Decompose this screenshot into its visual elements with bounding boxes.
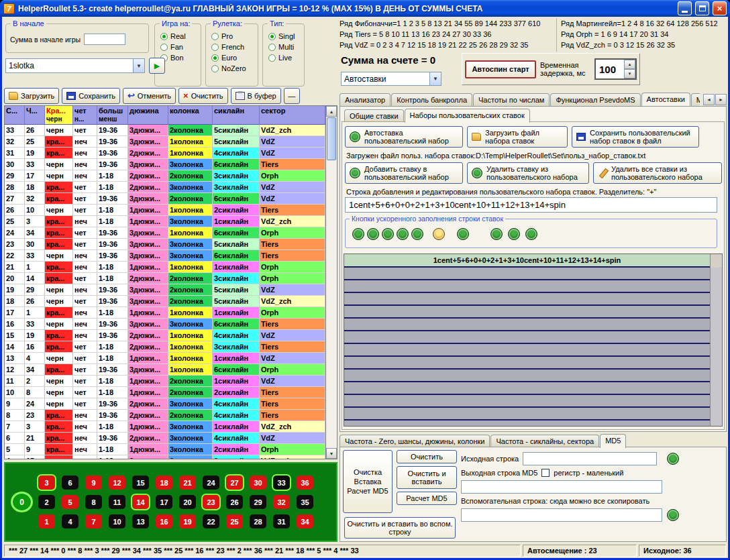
autospin-start-button[interactable]: Автоспин старт [465, 60, 536, 78]
tab-общие-ставки[interactable]: Общие ставки [344, 109, 404, 122]
board-number-25[interactable]: 25 [226, 514, 243, 528]
table-row[interactable]: 112чернчет1-181дюжи...2колонка1сиклайнVd… [5, 376, 325, 387]
quick-bet-chip-6[interactable] [433, 228, 445, 240]
copy-to-buffer-button[interactable]: В буфер [231, 88, 281, 104]
board-number-1[interactable]: 1 [38, 514, 55, 528]
scrollbar-track[interactable] [326, 117, 337, 448]
bet-list-row[interactable] [344, 280, 710, 293]
table-row[interactable]: 3119кра...неч19-362дюжи...1колонка4сикла… [5, 148, 325, 159]
radio-singl[interactable]: Singl [268, 32, 304, 40]
maximize-button[interactable] [695, 1, 709, 15]
board-number-11[interactable]: 11 [109, 495, 125, 509]
quick-bet-chip-9[interactable] [508, 228, 520, 240]
md5-calc-button[interactable]: Расчет MD5 [397, 492, 457, 505]
board-number-28[interactable]: 28 [250, 514, 266, 528]
table-row[interactable]: 253кра...неч1-181дюжи...3колонка1сиклайн… [5, 216, 325, 227]
board-number-18[interactable]: 18 [156, 475, 172, 490]
board-number-9[interactable]: 9 [85, 475, 102, 490]
board-number-30[interactable]: 30 [250, 475, 266, 490]
radio-nozero[interactable]: NoZero [211, 64, 258, 72]
tab-анализатор[interactable]: Анализатор [340, 93, 390, 106]
autobets-select[interactable]: Автоставки ▼ [341, 72, 441, 86]
table-row[interactable]: 134чернчет1-181дюжи...1колонка1сиклайнVd… [5, 353, 325, 364]
board-number-20[interactable]: 20 [179, 495, 196, 509]
board-number-19[interactable]: 19 [179, 514, 196, 528]
table-row[interactable]: 3225кра...неч19-363дюжи...1колонка5сикла… [5, 136, 325, 148]
play-button[interactable]: ▶ [149, 58, 165, 74]
bet-list-row[interactable] [344, 293, 710, 306]
board-number-3[interactable]: 3 [38, 475, 55, 490]
autobet-custom-set-button[interactable]: Автоставка пользовательский набор [345, 126, 463, 148]
spinner-down-icon[interactable]: ▼ [624, 69, 635, 78]
md5-source-input[interactable] [523, 452, 657, 465]
tab-частота-zero-шансы-дюжины-колонки[interactable]: Частота - Zero, шансы, дюжины, колонки [340, 435, 490, 447]
radio-french[interactable]: French [211, 43, 258, 51]
board-number-29[interactable]: 29 [250, 495, 266, 509]
board-number-10[interactable]: 10 [109, 514, 125, 528]
md5-clear-paste-helper-button[interactable]: Очистить и вставить во вспом. строку [344, 517, 456, 539]
tab-функционал-psevdoms[interactable]: Функционал PsevdoMS [550, 93, 640, 106]
table-row[interactable]: 415кра...неч1-182дюжи...3колонка3сиклайн… [5, 455, 325, 459]
board-number-33[interactable]: 33 [273, 475, 290, 490]
board-number-4[interactable]: 4 [62, 514, 79, 528]
tab-частоты-по-числам[interactable]: Частоты по числам [473, 93, 550, 106]
collapse-button[interactable]: — [284, 88, 300, 104]
table-row[interactable]: 2233черннеч19-363дюжи...3колонка6сиклайн… [5, 250, 325, 262]
table-row[interactable]: 171кра...неч1-181дюжи...1колонка1сиклайн… [5, 307, 325, 319]
table-row[interactable]: 2330кра...чет19-363дюжи...3колонка5сикла… [5, 239, 325, 250]
scrollbar-thumb[interactable] [327, 117, 336, 160]
tab-автоставки[interactable]: Автоставки [641, 93, 690, 106]
bet-list-row[interactable] [344, 306, 710, 319]
table-row[interactable]: 108чернчет1-181дюжи...2колонка2сиклайнTi… [5, 387, 325, 398]
table-row[interactable]: 1929черннеч19-363дюжи...2колонка5сиклайн… [5, 284, 325, 296]
board-number-7[interactable]: 7 [85, 514, 102, 528]
quick-bet-chip-5[interactable] [411, 228, 423, 240]
board-number-8[interactable]: 8 [85, 495, 102, 509]
board-number-35[interactable]: 35 [297, 495, 313, 509]
save-button[interactable]: Сохранить [62, 88, 120, 104]
table-row[interactable]: 2610чернчет1-181дюжи...1колонка2сиклайнT… [5, 205, 325, 216]
save-bet-file-button[interactable]: Сохранить пользовательский набор ставок … [572, 126, 699, 148]
clear-button[interactable]: × Очистить [178, 88, 227, 104]
bet-list-row[interactable] [344, 344, 710, 357]
md5-clear-button[interactable]: Очистить [397, 450, 457, 463]
md5-all-in-one-button[interactable]: Очистка Вставка Расчет MD5 [343, 450, 393, 513]
radio-pro[interactable]: Pro [211, 32, 258, 40]
load-button[interactable]: Загрузить [4, 88, 59, 104]
table-row[interactable]: 2014кра...чет1-182дюжи...2колонка3сиклай… [5, 273, 325, 284]
board-number-13[interactable]: 13 [132, 514, 149, 528]
table-row[interactable]: 1519кра...неч19-362дюжи...1колонка4сикла… [5, 330, 325, 341]
table-row[interactable]: 3033черннеч19-363дюжи...3колонка6сиклайн… [5, 159, 325, 170]
add-bet-button[interactable]: Добавить ставку в пользовательский набор [345, 162, 463, 184]
quick-bet-chip-2[interactable] [367, 228, 379, 240]
board-number-24[interactable]: 24 [203, 475, 219, 490]
tab-scroll-left-icon[interactable]: ◄ [703, 94, 715, 105]
bet-list-row[interactable] [344, 319, 710, 331]
board-number-22[interactable]: 22 [203, 514, 219, 528]
table-row[interactable]: 59кра...неч1-181дюжи...3колонка2сиклайнO… [5, 444, 325, 455]
table-row[interactable]: 621кра...неч19-362дюжи...3колонка4сиклай… [5, 433, 325, 444]
delete-bet-button[interactable]: Удалить ставку из пользовательского набо… [467, 162, 589, 184]
radio-fan[interactable]: Fan [160, 43, 201, 51]
bet-list-row[interactable] [344, 408, 710, 421]
table-row[interactable]: 211кра...неч1-181дюжи...1колонка1сиклайн… [5, 262, 325, 273]
bet-list-row[interactable] [344, 370, 710, 382]
board-number-21[interactable]: 21 [179, 475, 196, 490]
close-button[interactable]: × [713, 1, 727, 15]
scroll-up-icon[interactable]: ▲ [326, 106, 337, 117]
chevron-down-icon[interactable]: ▼ [133, 59, 144, 72]
table-row[interactable]: 1633черннеч19-363дюжи...3колонка6сиклайн… [5, 319, 325, 330]
lowercase-checkbox[interactable] [541, 469, 550, 477]
radio-live[interactable]: Live [268, 54, 304, 62]
undo-button[interactable]: ↩ Отменить [123, 88, 176, 104]
tab-md5[interactable]: MD5 [600, 434, 626, 448]
quick-bet-chip-4[interactable] [397, 228, 409, 240]
board-number-32[interactable]: 32 [273, 495, 290, 509]
table-row[interactable]: 823кра...неч19-362дюжи...2колонка4сиклай… [5, 410, 325, 421]
board-number-34[interactable]: 34 [297, 514, 313, 528]
board-number-12[interactable]: 12 [109, 475, 125, 490]
md5-clear-paste-button[interactable]: Очистить и вставить [397, 466, 457, 489]
table-scrollbar[interactable]: ▲ ▼ [325, 106, 337, 459]
board-number-17[interactable]: 17 [156, 495, 172, 509]
minimize-button[interactable] [678, 1, 692, 15]
